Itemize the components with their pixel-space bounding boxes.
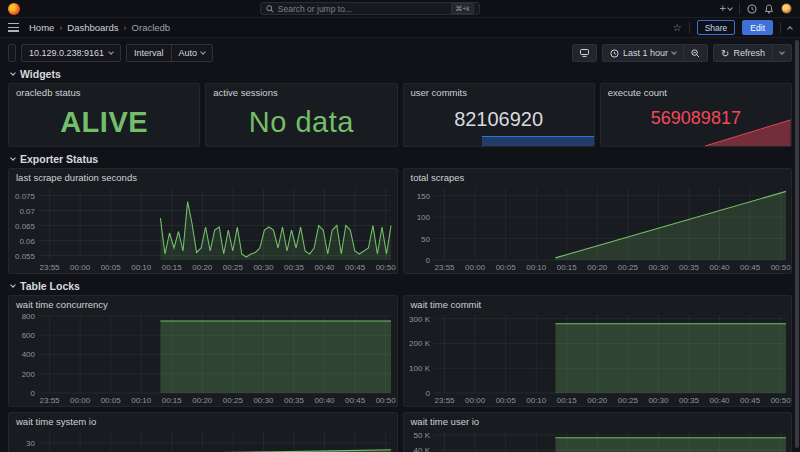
timeseries-chart[interactable]: 23:5500:0000:0500:1000:1500:2000:2500:30… <box>404 183 792 274</box>
table-locks-panel-row-2: wait time system io 23:5500:0000:0500:10… <box>8 412 792 452</box>
chevron-down-icon <box>200 49 206 55</box>
exporter-status-panel-row: last scrape duration seconds 23:5500:000… <box>8 168 792 274</box>
svg-text:0.055: 0.055 <box>15 252 36 261</box>
svg-text:0: 0 <box>425 256 430 265</box>
svg-text:00:25: 00:25 <box>617 396 638 405</box>
section-collapse-chevron-icon <box>10 70 16 76</box>
timeseries-chart[interactable]: 23:5500:0000:0500:1000:1500:2000:2500:30… <box>9 310 397 407</box>
panel-title[interactable]: oracledb status <box>9 84 199 98</box>
edit-button[interactable]: Edit <box>742 20 773 35</box>
page-scrollbar[interactable] <box>795 40 799 448</box>
search-input[interactable]: Search or jump to... ⌘+k <box>260 2 480 15</box>
section-title: Widgets <box>20 68 61 80</box>
menu-hamburger-icon[interactable] <box>8 23 19 32</box>
refresh-button[interactable]: ↻ Refresh <box>714 45 772 61</box>
panel-title[interactable]: active sessions <box>206 84 396 98</box>
svg-text:00:50: 00:50 <box>376 263 397 272</box>
interval-label: Interval <box>127 45 171 61</box>
stat-value: 82106920 <box>454 108 543 131</box>
panel-last-scrape-duration: last scrape duration seconds 23:5500:000… <box>8 168 398 274</box>
svg-text:00:20: 00:20 <box>192 396 213 405</box>
breadcrumb-dashboards[interactable]: Dashboards <box>67 22 118 33</box>
panel-title[interactable]: wait time concurrency <box>9 296 397 310</box>
svg-text:00:30: 00:30 <box>253 396 274 405</box>
table-locks-panel-row-1: wait time concurrency 23:5500:0000:0500:… <box>8 295 792 407</box>
time-picker-group: Last 1 hour <box>602 44 708 62</box>
breadcrumb-separator: › <box>124 23 127 33</box>
svg-text:00:50: 00:50 <box>770 263 791 272</box>
svg-text:00:10: 00:10 <box>131 263 152 272</box>
svg-text:00:45: 00:45 <box>345 263 366 272</box>
timeseries-chart[interactable]: 23:5500:0000:0500:1000:1500:2000:2500:30… <box>404 427 792 452</box>
svg-text:50 K: 50 K <box>413 431 430 440</box>
clock-icon[interactable] <box>747 4 757 14</box>
sparkline <box>482 136 594 146</box>
favorite-star-icon[interactable]: ☆ <box>673 22 682 33</box>
svg-text:00:10: 00:10 <box>131 396 152 405</box>
share-button[interactable]: Share <box>697 20 736 35</box>
svg-text:23:55: 23:55 <box>434 396 455 405</box>
svg-text:00:00: 00:00 <box>70 396 91 405</box>
notifications-bell-icon[interactable] <box>764 4 774 14</box>
collapse-header-chevron-icon[interactable] <box>787 26 793 32</box>
svg-text:400: 400 <box>22 350 36 359</box>
svg-text:150: 150 <box>416 192 430 201</box>
svg-text:30: 30 <box>26 439 35 448</box>
panel-title[interactable]: wait time commit <box>404 296 792 310</box>
panel-title[interactable]: wait time system io <box>9 413 397 427</box>
panel-title[interactable]: user commits <box>404 84 594 98</box>
add-new-button[interactable]: + <box>720 3 732 14</box>
dashboard-header-bar: Home › Dashboards › Oracledb ☆ Share Edi… <box>0 18 800 38</box>
breadcrumb-separator: › <box>59 23 62 33</box>
svg-text:00:05: 00:05 <box>101 263 122 272</box>
interval-dropdown[interactable]: Auto <box>171 45 213 61</box>
clock-icon <box>610 49 619 58</box>
section-header-widgets[interactable]: Widgets <box>8 67 792 80</box>
timeseries-chart[interactable]: 23:5500:0000:0500:1000:1500:2000:2500:30… <box>404 310 792 407</box>
svg-text:00:40: 00:40 <box>315 263 336 272</box>
svg-text:00:20: 00:20 <box>587 263 608 272</box>
svg-text:00:00: 00:00 <box>465 396 486 405</box>
breadcrumb-home[interactable]: Home <box>29 22 54 33</box>
svg-text:0: 0 <box>31 389 36 398</box>
timeseries-chart[interactable]: 23:5500:0000:0500:1000:1500:2000:2500:30… <box>9 427 397 452</box>
datasource-variable-dropdown[interactable]: 10.129.0.238:9161 <box>21 44 121 62</box>
breadcrumb-current-dashboard[interactable]: Oracledb <box>132 22 171 33</box>
section-header-table-locks[interactable]: Table Locks <box>8 279 792 292</box>
time-range-picker[interactable]: Last 1 hour <box>603 45 683 61</box>
refresh-control: ↻ Refresh <box>713 44 792 62</box>
section-collapse-chevron-icon <box>10 155 16 161</box>
svg-text:50: 50 <box>421 235 430 244</box>
divider <box>780 22 781 33</box>
svg-text:00:30: 00:30 <box>648 263 669 272</box>
search-placeholder: Search or jump to... <box>278 4 447 14</box>
svg-text:0.075: 0.075 <box>15 192 36 201</box>
tv-mode-button[interactable] <box>572 44 597 62</box>
svg-text:00:05: 00:05 <box>495 263 516 272</box>
chevron-down-icon <box>779 49 785 55</box>
svg-text:00:10: 00:10 <box>526 263 547 272</box>
svg-text:00:45: 00:45 <box>740 263 761 272</box>
section-title: Exporter Status <box>20 153 98 165</box>
svg-text:40 K: 40 K <box>413 446 430 452</box>
panel-title[interactable]: wait time user io <box>404 413 792 427</box>
svg-text:00:40: 00:40 <box>709 396 730 405</box>
timeseries-chart[interactable]: 23:5500:0000:0500:1000:1500:2000:2500:30… <box>9 183 397 274</box>
refresh-interval-dropdown[interactable] <box>772 45 791 61</box>
svg-text:00:40: 00:40 <box>315 396 336 405</box>
svg-text:00:35: 00:35 <box>284 263 305 272</box>
grafana-logo-icon[interactable] <box>8 3 20 15</box>
svg-text:200: 200 <box>22 370 36 379</box>
section-header-exporter-status[interactable]: Exporter Status <box>8 152 792 165</box>
svg-text:00:05: 00:05 <box>495 396 516 405</box>
user-avatar[interactable] <box>781 3 792 14</box>
zoom-out-icon <box>691 49 700 58</box>
zoom-out-time-button[interactable] <box>683 45 707 61</box>
panel-title[interactable]: last scrape duration seconds <box>9 169 397 183</box>
svg-text:23:55: 23:55 <box>434 263 455 272</box>
panel-title[interactable]: total scrapes <box>404 169 792 183</box>
svg-text:00:15: 00:15 <box>556 263 577 272</box>
svg-text:23:55: 23:55 <box>40 263 61 272</box>
svg-text:00:45: 00:45 <box>345 396 366 405</box>
panel-title[interactable]: execute count <box>601 84 791 98</box>
